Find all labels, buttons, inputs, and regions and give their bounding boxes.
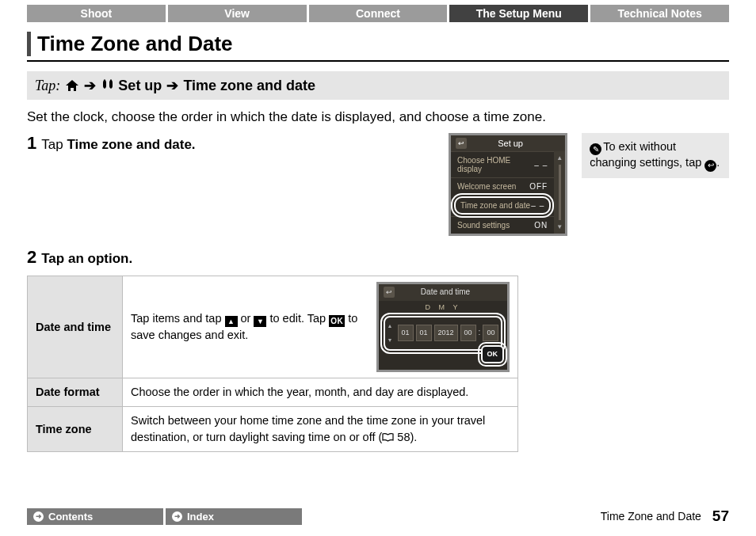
tab-setup-menu[interactable]: The Setup Menu [449, 5, 588, 22]
date-field: 01 [398, 325, 414, 341]
book-icon [382, 433, 394, 442]
option-name: Date format [28, 378, 123, 406]
index-link[interactable]: ➜ Index [166, 508, 302, 525]
desc-part: or [238, 312, 254, 325]
table-row: Date format Choose the order in which th… [28, 378, 518, 406]
footer: ➜ Contents ➜ Index Time Zone and Date 57 [27, 507, 729, 525]
desc-part: Tap items and tap [131, 312, 225, 325]
desc-part: Switch between your home time zone and t… [131, 414, 485, 443]
tab-shoot[interactable]: Shoot [27, 5, 166, 22]
note-box: ✎To exit without changing settings, tap … [582, 133, 729, 178]
cam-row: Welcome screen OFF [451, 177, 554, 195]
option-name: Date and time [28, 276, 123, 378]
table-row: Date and time Tap items and tap ▲ or ▼ t… [28, 276, 518, 378]
cam-row-selected: Time zone and date – – [454, 196, 551, 215]
note-text-pre: To exit without changing settings, tap [590, 140, 704, 169]
back-icon: ↩ [456, 138, 467, 149]
ok-button: OK [481, 345, 505, 363]
table-row: Time zone Switch between your home time … [28, 406, 518, 451]
wrench-icon [101, 78, 115, 93]
pencil-icon: ✎ [590, 143, 601, 155]
arrow-circle-icon: ➜ [33, 511, 44, 522]
index-label: Index [187, 511, 214, 523]
contents-link[interactable]: ➜ Contents [27, 508, 163, 525]
tab-view[interactable]: View [168, 5, 307, 22]
cam-row-label: Choose HOME display [457, 156, 534, 173]
arrow-circle-icon: ➜ [172, 511, 182, 522]
step-1-num: 1 [27, 133, 36, 154]
cam-row-label: Time zone and date [460, 201, 531, 210]
up-arrow-icon: ▲ [225, 316, 238, 327]
dmy-label: D M Y [379, 301, 507, 314]
date-time-screenshot: ↩ Date and time D M Y ▲▼ 01 01 2012 00 [376, 282, 510, 372]
top-tabs: Shoot View Connect The Setup Menu Techni… [27, 5, 729, 22]
breadcrumb-item: Time zone and date [183, 78, 315, 94]
option-desc: Tap items and tap ▲ or ▼ to edit. Tap OK… [131, 310, 370, 344]
option-desc: Choose the order in which the year, mont… [123, 378, 518, 406]
step-2-text: Tap an option. [41, 251, 132, 267]
option-desc: Switch between your home time zone and t… [123, 406, 518, 451]
up-arrow-icon: ▲ [556, 154, 563, 162]
time-field: 00 [483, 325, 498, 341]
date-field: 01 [416, 325, 432, 341]
footer-page-number: 57 [712, 507, 729, 525]
time-field: 00 [460, 325, 476, 341]
cam-row-label: Welcome screen [457, 182, 529, 191]
options-table: Date and time Tap items and tap ▲ or ▼ t… [27, 276, 518, 452]
option-name: Time zone [28, 406, 123, 451]
ok-icon: OK [329, 315, 345, 327]
page-title: Time Zone and Date [27, 32, 729, 56]
tab-technical-notes[interactable]: Technical Notes [590, 5, 729, 22]
cam-row-label: Sound settings [457, 221, 534, 230]
step-2-num: 2 [27, 247, 36, 268]
contents-label: Contents [48, 511, 93, 523]
breadcrumb-bar: Tap: ➔ Set up ➔ Time zone and date [27, 71, 729, 100]
arrow-icon: ➔ [166, 77, 178, 94]
down-arrow-icon: ▼ [556, 223, 563, 230]
footer-section: Time Zone and Date [601, 510, 701, 523]
updown-icon: ▲▼ [388, 322, 393, 344]
cam-row-val: ON [534, 221, 548, 230]
cam-row: Choose HOME display – – [451, 151, 554, 177]
note-text-post: . [716, 156, 720, 169]
tap-prefix: Tap: [35, 78, 60, 94]
step-1-text: Tap [41, 137, 67, 152]
arrow-icon: ➔ [84, 77, 96, 94]
step-1: 1 Tap Time zone and date. [27, 133, 434, 154]
cam-title: Set up [472, 139, 549, 148]
step-2: 2 Tap an option. [27, 247, 729, 268]
back-icon: ↩ [384, 287, 395, 298]
down-arrow-icon: ▼ [254, 316, 266, 327]
desc-part: to edit. Tap [266, 312, 329, 325]
cam-row-val: OFF [529, 182, 548, 191]
cam-row-val: – – [534, 161, 548, 169]
intro-text: Set the clock, choose the order in which… [27, 109, 729, 125]
date-field: 2012 [434, 325, 458, 341]
step-1-bold: Time zone and date. [67, 137, 195, 152]
setup-menu-screenshot: ↩ Set up Choose HOME display – – Welcome… [449, 133, 567, 236]
breadcrumb-setup: Set up [118, 78, 162, 94]
back-icon: ↩ [704, 160, 716, 172]
scroll-indicator: ▲▼ [554, 151, 565, 234]
cam-row: Sound settings ON [451, 216, 554, 234]
dt-title: Date and time [399, 287, 491, 298]
desc-part: 58). [394, 431, 417, 443]
tab-connect[interactable]: Connect [309, 5, 448, 22]
home-icon [65, 79, 79, 92]
cam-row-val: – – [531, 201, 544, 210]
page-title-wrap: Time Zone and Date [27, 25, 729, 62]
